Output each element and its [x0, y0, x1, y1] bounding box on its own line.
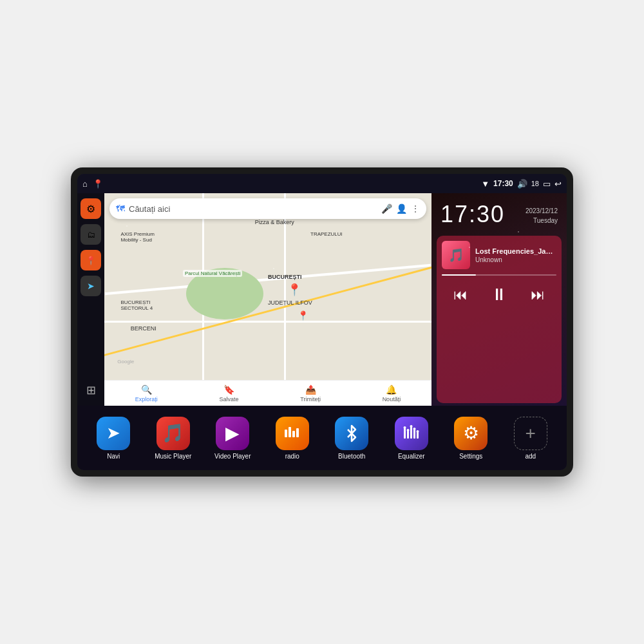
map-pin-location: 📍 — [287, 283, 301, 297]
music-icon-bg: 🎵 — [156, 417, 190, 450]
sidebar-settings-btn[interactable]: ⚙ — [80, 198, 101, 219]
svg-point-9 — [403, 426, 406, 429]
add-label: add — [525, 453, 536, 460]
settings-icon-bg: ⚙ — [454, 417, 488, 450]
microphone-icon[interactable]: 🎤 — [381, 204, 392, 214]
equalizer-bars-icon — [402, 424, 421, 442]
sidebar-map-btn[interactable]: 📍 — [80, 250, 101, 270]
news-icon: 🔔 — [386, 384, 397, 395]
clock-display: 17:30 — [440, 201, 505, 228]
map-nav-share-label: Trimiteți — [300, 396, 321, 402]
map-nav-news-label: Noutăți — [383, 396, 401, 402]
svg-rect-5 — [407, 431, 409, 439]
map-icon: 📍 — [86, 256, 96, 265]
music-info: 🎵 Lost Frequencies_Janie... Unknown — [442, 241, 556, 269]
app-music-player[interactable]: 🎵 Music Player — [150, 417, 196, 460]
svg-point-13 — [416, 430, 419, 433]
map-label-berceni: BERCENI — [131, 325, 156, 332]
app-equalizer[interactable]: Equalizer — [388, 417, 435, 460]
app-add[interactable]: + add — [507, 417, 554, 460]
eq-icon-bg — [395, 417, 428, 450]
explore-icon: 🔍 — [141, 384, 152, 395]
app-video-player[interactable]: ▶ Video Player — [209, 417, 256, 460]
right-panel: 17:30 2023/12/12 Tuesday 🎵 Lost Frequenc… — [431, 193, 567, 406]
prev-button[interactable]: ⏮ — [451, 284, 470, 306]
share-icon: 📤 — [305, 384, 316, 395]
sidebar-nav-btn[interactable]: ➤ — [80, 276, 101, 296]
map-nav-explore[interactable]: 🔍 Explorați — [135, 384, 158, 402]
location-icon[interactable]: 📍 — [93, 179, 103, 189]
home-icon[interactable]: ⌂ — [82, 179, 88, 189]
grid-icon: ⊞ — [86, 383, 96, 397]
sidebar-grid-btn[interactable]: ⊞ — [80, 380, 101, 401]
clock-section: 17:30 2023/12/12 Tuesday — [431, 193, 567, 233]
video-player-label: Video Player — [214, 453, 251, 460]
map-nav-explore-label: Explorați — [135, 396, 158, 402]
volume-icon[interactable]: 🔊 — [517, 179, 527, 189]
sidebar: ⚙ 🗂 📍 ➤ ⊞ — [77, 193, 104, 406]
map-nav-saved[interactable]: 🔖 Salvate — [220, 384, 239, 402]
track-artist: Unknown — [475, 256, 556, 263]
svg-point-12 — [413, 428, 415, 430]
music-progress-fill — [442, 274, 476, 276]
map-nav-saved-label: Salvate — [220, 396, 239, 402]
music-player-widget: 🎵 Lost Frequencies_Janie... Unknown ⏮ ⏸ … — [437, 236, 562, 403]
svg-rect-2 — [292, 431, 295, 437]
bt-icon-bg — [335, 417, 368, 450]
album-art: 🎵 — [442, 241, 470, 269]
app-radio[interactable]: radio — [269, 417, 316, 460]
next-button[interactable]: ⏭ — [528, 284, 547, 306]
settings-app-icon: ⚙ — [463, 422, 479, 444]
settings-icon: ⚙ — [86, 203, 95, 215]
date-line1: 2023/12/12 — [526, 206, 558, 216]
battery-number: 18 — [531, 180, 539, 187]
google-maps-icon: 🗺 — [116, 204, 125, 214]
svg-rect-8 — [417, 432, 419, 439]
back-icon[interactable]: ↩ — [554, 179, 562, 189]
music-icon: 🎵 — [162, 422, 184, 444]
search-actions: 🎤 👤 ⋮ — [381, 204, 420, 214]
radio-label: radio — [285, 453, 299, 460]
map-pin-destination: 📍 — [298, 310, 308, 321]
app-settings[interactable]: ⚙ Settings — [448, 417, 494, 460]
video-icon-bg: ▶ — [216, 417, 249, 450]
map-background: AXIS PremiumMobility - Sud Pizza & Baker… — [104, 193, 431, 406]
battery-icon: ▭ — [543, 179, 551, 189]
map-nav-share[interactable]: 📤 Trimiteți — [300, 384, 321, 402]
map-nav-news[interactable]: 🔔 Noutăți — [383, 384, 401, 402]
files-icon: 🗂 — [87, 230, 95, 240]
svg-rect-6 — [410, 427, 412, 439]
map-label-parc: Parcul Natural Văcărești — [183, 270, 242, 277]
svg-rect-1 — [289, 427, 291, 437]
add-icon-bg: + — [514, 417, 547, 450]
date-line2: Tuesday — [526, 216, 558, 225]
settings-app-label: Settings — [459, 453, 482, 460]
radio-bars-icon — [283, 424, 301, 442]
status-left: ⌂ 📍 — [82, 179, 103, 189]
svg-point-10 — [406, 429, 409, 431]
map-label-sec4: BUCUREȘTISECTORUL 4 — [120, 299, 153, 311]
road-h2 — [104, 321, 431, 323]
menu-dots-icon[interactable]: ⋮ — [411, 204, 420, 214]
add-icon: + — [526, 423, 536, 444]
map-container: AXIS PremiumMobility - Sud Pizza & Baker… — [104, 193, 431, 406]
device-screen: ⌂ 📍 ▼ 17:30 🔊 18 ▭ ↩ ⚙ 🗂 — [77, 174, 567, 470]
account-icon[interactable]: 👤 — [396, 204, 407, 214]
clock-date: 2023/12/12 Tuesday — [526, 201, 558, 225]
sidebar-files-btn[interactable]: 🗂 — [80, 224, 101, 245]
map-label-trap: TRAPEZULUI — [310, 231, 343, 237]
music-progress-bar[interactable] — [442, 274, 556, 276]
pause-button[interactable]: ⏸ — [488, 282, 510, 307]
svg-rect-0 — [285, 430, 287, 437]
map-area[interactable]: AXIS PremiumMobility - Sud Pizza & Baker… — [104, 193, 431, 406]
app-bluetooth[interactable]: Bluetooth — [328, 417, 375, 460]
map-label-google: Google — [117, 359, 134, 365]
status-right: ▼ 17:30 🔊 18 ▭ ↩ — [481, 179, 562, 189]
map-label-buc: BUCUREȘTI — [268, 274, 302, 280]
navi-icon-bg: ➤ — [97, 417, 130, 450]
map-label-ilfov: JUDEȚUL ILFOV — [268, 299, 312, 306]
clock-minutes: 30 — [477, 201, 505, 227]
map-search-bar[interactable]: 🗺 Căutați aici 🎤 👤 ⋮ — [109, 198, 426, 219]
app-navi[interactable]: ➤ Navi — [90, 417, 137, 460]
bluetooth-symbol-icon — [343, 424, 361, 442]
